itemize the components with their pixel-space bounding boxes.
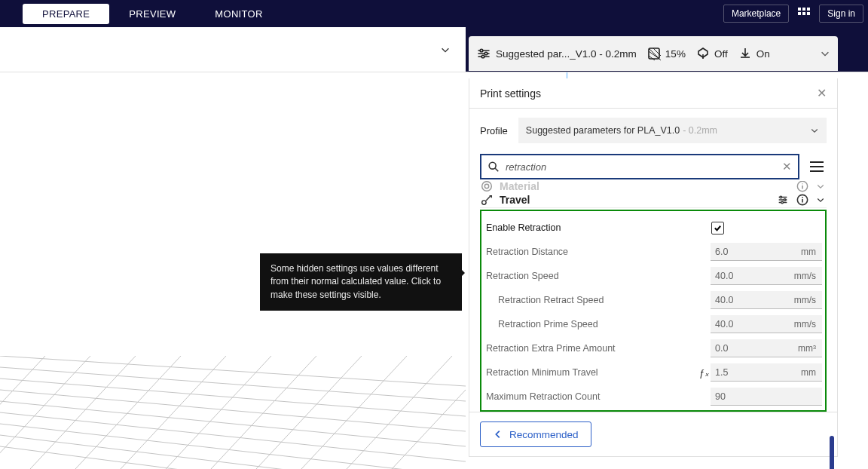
tab-preview[interactable]: PREVIEW (109, 4, 195, 24)
setting-label: Retraction Prime Speed (484, 319, 697, 330)
print-settings-panel: Print settings ✕ Profile Suggested param… (469, 78, 838, 457)
svg-line-10 (0, 356, 466, 386)
clear-search-button[interactable]: ✕ (782, 160, 792, 173)
profile-row: Profile Suggested parameters for PLA_V1.… (480, 118, 827, 143)
setting-label: Retraction Speed (484, 271, 697, 281)
hamburger-icon (808, 160, 825, 173)
svg-line-15 (0, 412, 466, 461)
build-plate-grid (0, 356, 466, 469)
profile-name: Suggested parameters for PLA_V1.0 (526, 125, 680, 136)
category-material[interactable]: Material (480, 181, 827, 192)
search-input[interactable] (506, 161, 776, 173)
svg-line-28 (347, 356, 452, 469)
profile-dropdown[interactable]: Suggested parameters for PLA_V1.0 - 0.2m… (518, 118, 827, 143)
recommended-label: Recommended (509, 429, 579, 440)
marketplace-button[interactable]: Marketplace (723, 5, 789, 23)
svg-line-19 (0, 356, 45, 469)
support-icon (696, 47, 710, 60)
max-retraction-count-input[interactable]: 90 (711, 388, 822, 406)
retraction-extra-prime-input[interactable]: 0.0mm³ (711, 339, 822, 357)
material-icon (480, 181, 494, 192)
setting-max-retraction-count: Maximum Retraction Count 90 (484, 385, 822, 409)
setting-label: Retraction Distance (484, 247, 697, 257)
summary-adhesion-text: On (756, 48, 770, 60)
setting-retraction-extra-prime: Retraction Extra Prime Amount 0.0mm³ (484, 336, 822, 360)
svg-rect-1 (802, 8, 805, 11)
summary-infill-text: 15% (665, 48, 686, 60)
svg-line-14 (0, 401, 466, 446)
svg-line-23 (121, 356, 226, 469)
tab-prepare[interactable]: PREPARE (23, 4, 109, 24)
setting-retraction-prime-speed: Retraction Prime Speed 40.0mm/s (484, 312, 822, 336)
settings-search-box: ✕ (480, 154, 799, 179)
chevron-down-icon (810, 126, 819, 135)
svg-line-26 (256, 356, 362, 469)
top-navbar: PREPARE PREVIEW MONITOR Marketplace Sign… (0, 0, 868, 27)
recommended-button[interactable]: Recommended (480, 421, 591, 447)
sliders-icon[interactable] (777, 194, 789, 206)
close-panel-button[interactable]: ✕ (817, 86, 827, 100)
sliders-icon (476, 46, 491, 61)
search-row: ✕ (480, 154, 827, 179)
enable-retraction-checkbox[interactable] (711, 222, 724, 234)
summary-support: Off (696, 47, 728, 60)
svg-rect-3 (798, 12, 801, 15)
setting-label: Maximum Retraction Count (484, 391, 697, 402)
hidden-settings-tooltip: Some hidden settings use values differen… (260, 253, 462, 311)
summary-infill: 15% (647, 47, 686, 60)
retraction-retract-speed-input[interactable]: 40.0mm/s (711, 291, 822, 309)
retraction-distance-input[interactable]: 6.0mm (711, 243, 822, 261)
fx-icon[interactable]: ƒₓ (697, 367, 711, 379)
info-icon[interactable] (796, 194, 808, 206)
retraction-speed-input[interactable]: 40.0mm/s (711, 267, 822, 285)
svg-rect-5 (807, 12, 810, 15)
setting-label: Retraction Retract Speed (484, 295, 697, 305)
svg-line-29 (392, 356, 466, 469)
info-icon[interactable] (796, 181, 808, 192)
settings-menu-button[interactable] (807, 157, 827, 176)
topbar-right: Marketplace Sign in (723, 4, 863, 23)
summary-profile-text: Suggested par..._V1.0 - 0.2mm (496, 48, 637, 60)
panel-header: Print settings ✕ (469, 78, 837, 109)
category-travel[interactable]: Travel (480, 192, 827, 208)
setting-retraction-speed: Retraction Speed 40.0mm/s (484, 264, 822, 288)
svg-line-27 (301, 356, 407, 469)
setting-label: Enable Retraction (484, 222, 711, 233)
travel-settings-group: Enable Retraction Retraction Distance 6.… (480, 210, 827, 412)
apps-grid-icon[interactable] (793, 4, 815, 23)
svg-point-6 (480, 49, 483, 52)
svg-line-22 (75, 356, 181, 469)
panel-body: Profile Suggested parameters for PLA_V1.… (469, 109, 837, 412)
build-plate-viewport[interactable]: Some hidden settings use values differen… (0, 72, 466, 469)
chevron-down-icon (440, 44, 451, 55)
chevron-down-icon (816, 195, 825, 204)
chevron-down-icon (816, 182, 825, 191)
svg-line-16 (0, 424, 466, 469)
svg-line-17 (0, 435, 466, 469)
setting-retraction-retract-speed: Retraction Retract Speed 40.0mm/s (484, 288, 822, 312)
search-icon (487, 161, 500, 173)
svg-point-8 (481, 55, 484, 58)
setting-label: Retraction Extra Prime Amount (484, 343, 697, 354)
retraction-min-travel-input[interactable]: 1.5mm (711, 363, 822, 382)
mode-tabs: PREPARE PREVIEW MONITOR (23, 4, 283, 24)
printer-select-bar[interactable] (0, 27, 466, 72)
svg-point-34 (482, 201, 486, 204)
tab-monitor[interactable]: MONITOR (195, 4, 282, 24)
svg-point-36 (784, 199, 786, 201)
setting-retraction-min-travel: Retraction Minimum Travel ƒₓ 1.5mm (484, 360, 822, 385)
summary-adhesion: On (738, 47, 770, 60)
category-travel-label: Travel (500, 194, 530, 206)
signin-button[interactable]: Sign in (819, 5, 863, 23)
adhesion-icon (738, 47, 752, 60)
scrollbar-thumb[interactable] (830, 436, 834, 469)
svg-point-39 (802, 197, 803, 198)
svg-rect-2 (807, 8, 810, 11)
print-summary-bar[interactable]: Suggested par..._V1.0 - 0.2mm 15% Off On (469, 36, 838, 71)
retraction-prime-speed-input[interactable]: 40.0mm/s (711, 315, 822, 333)
check-icon (714, 224, 722, 232)
setting-retraction-distance: Retraction Distance 6.0mm (484, 240, 822, 264)
svg-point-32 (484, 185, 488, 189)
travel-icon (480, 193, 494, 207)
category-material-label: Material (500, 181, 539, 192)
